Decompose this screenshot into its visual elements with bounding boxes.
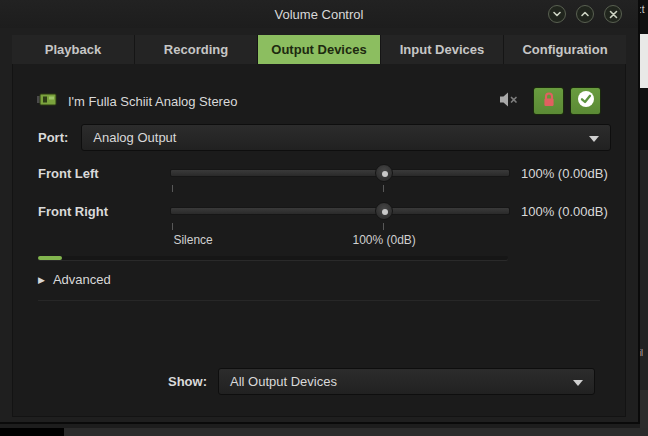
maximize-button[interactable] bbox=[576, 5, 594, 23]
front-left-volume-slider[interactable] bbox=[170, 164, 510, 182]
port-row: Port: Analog Output bbox=[38, 124, 611, 151]
scale-max-label: 100% (0dB) bbox=[353, 233, 416, 247]
advanced-expander[interactable]: ▶ Advanced bbox=[38, 271, 111, 288]
slider-track[interactable] bbox=[170, 169, 510, 177]
channel-row-front-left: Front Left 100% (0.00dB) bbox=[38, 164, 608, 182]
advanced-label: Advanced bbox=[53, 272, 111, 287]
close-button[interactable] bbox=[604, 5, 622, 23]
background-window-strip: :t il bbox=[639, 0, 648, 436]
taskbar-segment bbox=[0, 428, 64, 436]
x-icon bbox=[609, 10, 618, 19]
titlebar[interactable]: Volume Control bbox=[0, 0, 638, 28]
window-title: Volume Control bbox=[275, 7, 364, 22]
mute-button[interactable] bbox=[500, 92, 519, 111]
tab-playback[interactable]: Playback bbox=[12, 35, 135, 64]
separator bbox=[38, 300, 600, 301]
background-fragment bbox=[640, 34, 648, 88]
show-row: Show: All Output Devices bbox=[168, 368, 595, 395]
slider-track[interactable] bbox=[170, 207, 510, 215]
channel-row-front-right: Front Right 100% (0.00dB) bbox=[38, 202, 608, 220]
slider-handle[interactable] bbox=[375, 164, 393, 182]
tab-output-devices[interactable]: Output Devices bbox=[258, 35, 381, 64]
show-label: Show: bbox=[168, 374, 207, 389]
slider-tick-marks bbox=[170, 185, 510, 193]
channel-volume-value: 100% (0.00dB) bbox=[521, 204, 608, 219]
window-controls bbox=[548, 5, 622, 23]
speaker-muted-icon bbox=[500, 92, 519, 111]
sound-card-icon bbox=[37, 92, 58, 111]
slider-tick-marks bbox=[170, 223, 510, 231]
chevron-up-icon bbox=[580, 9, 590, 19]
tab-recording[interactable]: Recording bbox=[135, 35, 258, 64]
dropdown-arrow-icon bbox=[589, 136, 599, 142]
show-select[interactable]: All Output Devices bbox=[218, 368, 595, 395]
peak-meter bbox=[38, 256, 508, 260]
taskbar[interactable] bbox=[0, 428, 648, 436]
output-devices-panel: I'm Fulla Schiit Analog Stereo bbox=[12, 64, 626, 417]
scale-min-label: Silence bbox=[173, 233, 212, 247]
port-label: Port: bbox=[38, 130, 68, 145]
channel-volume-value: 100% (0.00dB) bbox=[521, 166, 608, 181]
tab-input-devices[interactable]: Input Devices bbox=[381, 35, 504, 64]
check-icon bbox=[577, 90, 595, 112]
tab-bar: PlaybackRecordingOutput DevicesInput Dev… bbox=[12, 35, 626, 64]
dropdown-arrow-icon bbox=[573, 380, 583, 386]
slider-handle[interactable] bbox=[375, 202, 393, 220]
screen: :t il Volume Control bbox=[0, 0, 648, 436]
peak-meter-fill bbox=[38, 256, 62, 260]
port-select[interactable]: Analog Output bbox=[81, 124, 611, 151]
minimize-button[interactable] bbox=[548, 5, 566, 23]
show-select-value: All Output Devices bbox=[230, 374, 337, 389]
slider-scale-labels: Silence 100% (0dB) bbox=[170, 233, 510, 248]
device-row: I'm Fulla Schiit Analog Stereo bbox=[37, 86, 601, 116]
front-right-volume-slider[interactable] bbox=[170, 202, 510, 220]
channel-label: Front Left bbox=[38, 166, 170, 181]
channel-label: Front Right bbox=[38, 204, 170, 219]
lock-channels-button[interactable] bbox=[533, 87, 564, 115]
port-select-value: Analog Output bbox=[93, 130, 176, 145]
device-name: I'm Fulla Schiit Analog Stereo bbox=[68, 94, 237, 109]
tab-configuration[interactable]: Configuration bbox=[504, 35, 626, 64]
triangle-right-icon: ▶ bbox=[38, 275, 45, 285]
chevron-down-icon bbox=[552, 9, 562, 19]
volume-control-window: Volume Control Pl bbox=[0, 0, 640, 424]
set-default-device-button[interactable] bbox=[570, 87, 601, 115]
lock-icon bbox=[542, 92, 556, 111]
